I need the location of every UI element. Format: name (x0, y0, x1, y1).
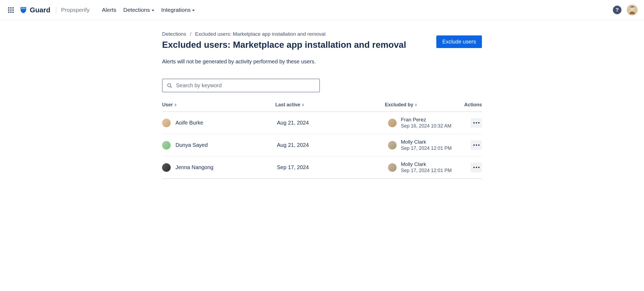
actions-cell (469, 140, 482, 150)
product-name: Guard (30, 6, 50, 14)
excluder-info: Fran Perez Sep 16, 2024 10:32 AM (401, 117, 451, 129)
search-box[interactable] (162, 79, 320, 92)
svg-rect-0 (21, 8, 22, 9)
exclude-users-button[interactable]: Exclude users (436, 35, 482, 48)
sort-icon (302, 104, 304, 106)
excluded-timestamp: Sep 17, 2024 12:01 PM (401, 146, 452, 151)
svg-point-5 (168, 83, 171, 87)
excluded-timestamp: Sep 16, 2024 10:32 AM (401, 123, 451, 129)
search-icon (167, 83, 172, 88)
column-label: Last active (275, 102, 300, 108)
excluder-avatar (388, 119, 397, 127)
page-title: Excluded users: Marketplace app installa… (162, 40, 406, 50)
search-input[interactable] (176, 82, 315, 89)
breadcrumb-parent[interactable]: Detections (162, 31, 186, 37)
breadcrumb: Detections / Excluded users: Marketplace… (162, 31, 406, 37)
guard-shield-icon (20, 6, 27, 14)
excluder-avatar (388, 141, 397, 150)
user-cell: Jenna Nangong (162, 163, 277, 172)
svg-rect-2 (24, 8, 25, 9)
excluded-timestamp: Sep 17, 2024 12:01 PM (401, 168, 452, 173)
actions-cell (469, 163, 482, 172)
column-label: Excluded by (385, 102, 413, 108)
column-header-user[interactable]: User (162, 102, 275, 108)
profile-avatar[interactable] (627, 5, 638, 15)
main-content: Detections / Excluded users: Marketplace… (156, 20, 488, 190)
top-nav: Guard Propsperify Alerts Detections Inte… (0, 0, 644, 20)
svg-rect-1 (23, 8, 24, 9)
column-label: User (162, 102, 173, 108)
help-icon[interactable]: ? (613, 6, 621, 14)
user-name: Jenna Nangong (175, 164, 213, 170)
column-label: Actions (464, 102, 482, 108)
excluded-by-cell: Fran Perez Sep 16, 2024 10:32 AM (388, 117, 469, 129)
excluder-info: Molly Clark Sep 17, 2024 12:01 PM (401, 139, 452, 151)
chevron-down-icon (152, 10, 154, 11)
column-header-excluded-by[interactable]: Excluded by (385, 102, 464, 108)
breadcrumb-current: Excluded users: Marketplace app installa… (195, 31, 325, 37)
user-avatar (162, 141, 171, 150)
org-name[interactable]: Propsperify (56, 7, 93, 13)
excluded-by-cell: Molly Clark Sep 17, 2024 12:01 PM (388, 161, 469, 173)
svg-line-6 (170, 86, 172, 88)
nav-items: Alerts Detections Integrations (102, 7, 195, 13)
nav-item-detections[interactable]: Detections (123, 7, 154, 13)
product-logo[interactable]: Guard (20, 6, 50, 14)
users-table: User Last active Excluded by Actions Aoi… (162, 102, 482, 179)
table-body: Aoife Burke Aug 21, 2024 Fran Perez Sep … (162, 112, 482, 179)
user-cell: Dunya Sayed (162, 141, 277, 150)
last-active-cell: Aug 21, 2024 (277, 142, 388, 148)
last-active-cell: Sep 17, 2024 (277, 164, 388, 170)
nav-right: ? (613, 5, 638, 15)
excluder-name: Molly Clark (401, 161, 452, 167)
table-header: User Last active Excluded by Actions (162, 102, 482, 112)
app-switcher-icon[interactable] (6, 6, 15, 14)
page-header: Detections / Excluded users: Marketplace… (162, 31, 482, 59)
last-active-cell: Aug 21, 2024 (277, 120, 388, 126)
chevron-down-icon (192, 10, 195, 11)
row-more-actions-button[interactable] (471, 163, 482, 172)
excluder-name: Molly Clark (401, 139, 452, 145)
column-header-last-active[interactable]: Last active (275, 102, 385, 108)
user-name: Aoife Burke (175, 120, 203, 126)
sort-icon (174, 104, 177, 106)
excluder-avatar (388, 163, 397, 172)
nav-label: Detections (123, 7, 150, 13)
header-left: Detections / Excluded users: Marketplace… (162, 31, 406, 59)
excluded-by-cell: Molly Clark Sep 17, 2024 12:01 PM (388, 139, 469, 151)
actions-cell (469, 118, 482, 128)
nav-item-integrations[interactable]: Integrations (161, 7, 195, 13)
nav-item-alerts[interactable]: Alerts (102, 7, 116, 13)
table-row: Dunya Sayed Aug 21, 2024 Molly Clark Sep… (162, 134, 482, 157)
nav-left: Guard Propsperify Alerts Detections Inte… (6, 6, 613, 14)
excluder-name: Fran Perez (401, 117, 451, 123)
user-avatar (162, 163, 171, 172)
user-avatar (162, 119, 171, 127)
table-row: Aoife Burke Aug 21, 2024 Fran Perez Sep … (162, 112, 482, 134)
sort-icon (415, 104, 417, 106)
user-name: Dunya Sayed (175, 142, 208, 148)
row-more-actions-button[interactable] (471, 118, 482, 128)
page-description: Alerts will not be generated by activity… (162, 59, 482, 65)
user-cell: Aoife Burke (162, 119, 277, 127)
row-more-actions-button[interactable] (471, 140, 482, 150)
nav-label: Integrations (161, 7, 191, 13)
column-header-actions: Actions (464, 102, 482, 108)
excluder-info: Molly Clark Sep 17, 2024 12:01 PM (401, 161, 452, 173)
nav-label: Alerts (102, 7, 116, 13)
table-row: Jenna Nangong Sep 17, 2024 Molly Clark S… (162, 157, 482, 179)
breadcrumb-separator: / (190, 31, 191, 37)
